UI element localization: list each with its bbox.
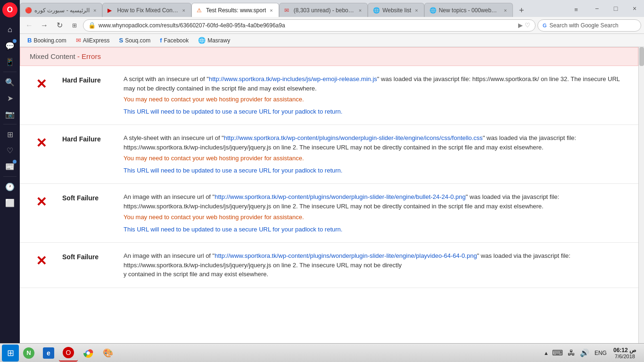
chrome-icon — [83, 347, 94, 359]
bookmark-souq[interactable]: S Souq.com — [115, 36, 154, 45]
error-link-1[interactable]: http://www.sportkora.tk/wp-includes/js/w… — [209, 75, 377, 82]
tab-bar: 🔴 الرئيسيه - سبورت كوره × ▶ How to Fix M… — [20, 0, 644, 17]
bookmark-heart-icon[interactable]: ♡ — [525, 22, 530, 29]
error-note-2: You may need to contact your web hosting… — [124, 154, 629, 163]
tab-4[interactable]: ✉ (8,303 unread) - bebo20... × — [279, 3, 368, 17]
tab-favicon-4: ✉ — [284, 7, 291, 14]
tab-close-5[interactable]: × — [414, 7, 419, 14]
tab-5[interactable]: 🌐 Website list × — [368, 3, 424, 17]
error-text-1: A script with an insecure url of "http:/… — [124, 74, 629, 93]
x-mark-3: ✕ — [36, 194, 47, 210]
forward-button[interactable]: → — [38, 19, 51, 32]
reload-button[interactable]: ↻ — [53, 19, 66, 32]
taskbar: ⊞ N e O 🎨 ▲ ⌨ 🖧 🔊 ENG 06:12 ص 7/6/20 — [0, 343, 644, 362]
back-button[interactable]: ← — [23, 19, 36, 32]
history-icon[interactable]: 🕐 — [2, 179, 17, 194]
search-input[interactable]: Search with Google Search — [550, 22, 636, 29]
language-indicator[interactable]: ENG — [593, 350, 609, 356]
bookmark-aliexpress[interactable]: ✉ AliExpress — [72, 36, 114, 45]
new-tab-button[interactable]: + — [515, 4, 528, 17]
clock-time: 06:12 ص — [613, 347, 636, 354]
taskbar-opera[interactable]: O — [59, 345, 78, 362]
tab-favicon-1: 🔴 — [25, 7, 32, 14]
tab-list-button[interactable]: ≡ — [570, 4, 582, 15]
apps-icon[interactable]: ⊞ — [2, 127, 17, 142]
tab-6[interactable]: 🌐 New topics - 000webho... × — [424, 3, 513, 17]
bookmark-booking-label: Booking.com — [33, 37, 66, 44]
section-header-text: Mixed Content - Errors — [30, 52, 101, 60]
tab-close-2[interactable]: × — [181, 7, 186, 14]
tray-network-icon[interactable]: 🖧 — [566, 348, 577, 358]
home-icon[interactable]: ⌂ — [2, 22, 17, 37]
error-text-4b: y contained in the script file and may e… — [124, 270, 629, 279]
tab-title-4: (8,303 unread) - bebo20... — [294, 7, 355, 14]
error-row-3: ✕ Soft Failure An image with an insecure… — [20, 184, 638, 243]
share-icon[interactable]: ▶ — [518, 22, 523, 29]
start-button[interactable]: ⊞ — [2, 345, 19, 362]
error-update-2: This URL will need to be updated to use … — [124, 166, 629, 175]
bookmark-masrawy[interactable]: 🌐 Masrawy — [194, 36, 234, 45]
tab-2[interactable]: ▶ How to Fix Mixed Conte... × — [102, 3, 191, 17]
taskbar-clock[interactable]: 06:12 ص 7/6/2018 — [611, 347, 639, 359]
whatsapp-icon[interactable]: 📱 — [2, 54, 17, 69]
bookmark-booking[interactable]: B Booking.com — [24, 36, 70, 45]
bookmark-facebook[interactable]: f Facebook — [156, 36, 192, 45]
error-link-2[interactable]: http://www.sportkora.tk/wp-content/plugi… — [224, 134, 483, 141]
sidebar-divider-2 — [3, 124, 17, 124]
tray-keyboard-icon[interactable]: ⌨ — [551, 347, 564, 358]
close-button[interactable]: × — [625, 2, 644, 15]
error-text-2: A style-sheet with an insecure url of "h… — [124, 133, 629, 152]
taskbar-ie[interactable]: e — [39, 345, 58, 362]
section-separator: - — [77, 52, 82, 60]
main-content: Mixed Content - Errors ✕ Hard Failure A … — [20, 47, 638, 343]
tab-close-3[interactable]: × — [269, 7, 273, 14]
error-link-4[interactable]: http://www.sportkora.tk/wp-content/plugi… — [215, 252, 477, 259]
send-icon[interactable]: ➤ — [2, 90, 17, 106]
error-icon-1: ✕ — [29, 74, 53, 92]
scroll-track[interactable] — [638, 47, 644, 343]
tab-controls: ≡ — [570, 4, 584, 17]
x-mark-4: ✕ — [36, 253, 47, 269]
page-area[interactable]: Mixed Content - Errors ✕ Hard Failure A … — [20, 47, 644, 343]
opera-sidebar: O ⌂ 💬 📱 🔍 ➤ 📷 ⊞ ♡ 📰 🕐 ⬜ — [0, 0, 20, 362]
maximize-button[interactable]: □ — [606, 2, 625, 15]
facebook-icon: f — [160, 37, 162, 44]
booking-icon: B — [27, 37, 32, 44]
taskbar-chrome[interactable] — [79, 345, 98, 362]
heart-icon[interactable]: ♡ — [2, 143, 17, 158]
tab-close-6[interactable]: × — [503, 7, 508, 14]
taskbar-paint[interactable]: 🎨 — [99, 345, 117, 362]
tab-3[interactable]: ⚠ Test Results: www.sport × — [191, 3, 279, 17]
tab-close-4[interactable]: × — [358, 7, 363, 14]
error-text-3: An image with an insecure url of "http:/… — [124, 192, 629, 211]
tab-title-1: الرئيسيه - سبورت كوره — [34, 7, 90, 14]
search-box[interactable]: G Search with Google Search — [537, 19, 641, 32]
tray-expand-button[interactable]: ▲ — [544, 350, 549, 356]
tab-icon[interactable]: ⬜ — [2, 195, 17, 210]
clock-date: 7/6/2018 — [613, 354, 636, 359]
x-mark-1: ✕ — [36, 76, 47, 92]
camera-icon[interactable]: 📷 — [2, 107, 17, 122]
browser-chrome: 🔴 الرئيسيه - سبورت كوره × ▶ How to Fix M… — [20, 0, 644, 362]
opera-logo[interactable]: O — [2, 2, 17, 17]
error-desc-2: A style-sheet with an insecure url of "h… — [124, 133, 629, 175]
tray-volume-icon[interactable]: 🔊 — [578, 347, 591, 358]
error-type-4: Soft Failure — [62, 251, 114, 261]
error-desc-4: An image with an insecure url of "http:/… — [124, 251, 629, 279]
chat-icon[interactable]: 💬 — [2, 38, 17, 53]
error-type-3: Soft Failure — [62, 192, 114, 202]
error-icon-2: ✕ — [29, 133, 53, 151]
search-icon[interactable]: 🔍 — [2, 74, 17, 90]
tab-overview-button[interactable]: ⊞ — [68, 19, 81, 32]
error-icon-3: ✕ — [29, 192, 53, 210]
tab-1[interactable]: 🔴 الرئيسيه - سبورت كوره × — [20, 3, 102, 17]
address-bar[interactable]: 🔒 www.whynopadlock.com/results/63660207-… — [83, 19, 536, 32]
error-update-3: This URL will need to be updated to use … — [124, 225, 629, 234]
error-link-3[interactable]: http://www.sportkora.tk/wp-content/plugi… — [215, 193, 466, 200]
tab-close-1[interactable]: × — [92, 7, 97, 14]
error-desc-1: A script with an insecure url of "http:/… — [124, 74, 629, 116]
taskbar-nox[interactable]: N — [19, 345, 38, 362]
news-icon[interactable]: 📰 — [2, 159, 17, 174]
minimize-button[interactable]: − — [587, 2, 606, 15]
masrawy-icon: 🌐 — [198, 37, 206, 44]
